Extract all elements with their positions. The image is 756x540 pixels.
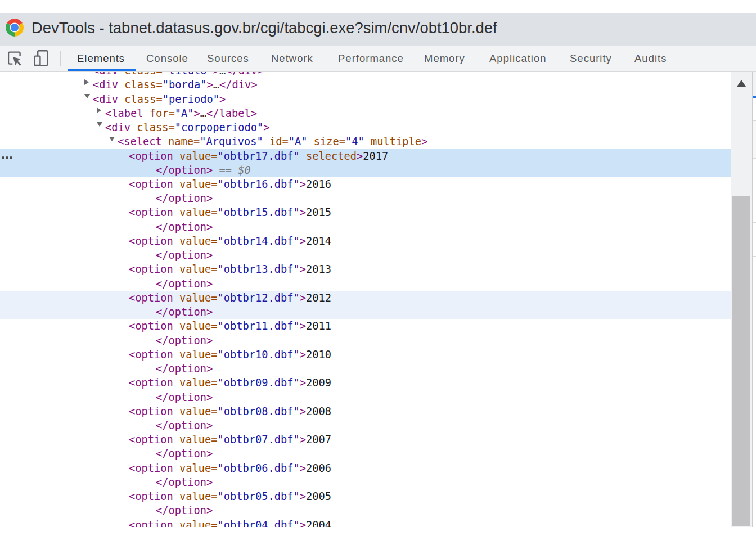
dom-tree-row[interactable]: <div class="borda">…</div> <box>0 78 731 92</box>
tree-collapsed-arrow-icon[interactable] <box>84 79 89 85</box>
dom-tree-row[interactable]: <option value="obtbr13.dbf">2013 <box>0 262 731 276</box>
tab-network[interactable]: Network <box>271 46 313 71</box>
dom-tree-row[interactable]: <div class="corpoperiodo"> <box>0 120 731 134</box>
dom-tree-row[interactable]: <option value="obtbr14.dbf">2014 <box>0 234 731 248</box>
code-segment-tag: </option> <box>156 164 213 176</box>
dom-tree-row[interactable]: </option> <box>0 418 731 433</box>
tab-console[interactable]: Console <box>146 46 188 71</box>
node-menu-dots-icon[interactable] <box>2 156 12 159</box>
code-segment-tag: </option> <box>156 448 213 460</box>
tree-expanded-arrow-icon[interactable] <box>109 137 115 141</box>
tree-collapsed-arrow-icon[interactable] <box>97 107 101 113</box>
dom-tree-row[interactable]: </option> <box>0 191 731 205</box>
code-segment-val: "obtbr13.dbf" <box>218 263 300 275</box>
code-segment-attr: value= <box>173 320 218 332</box>
tab-performance[interactable]: Performance <box>338 46 404 71</box>
code-segment-tag: <div <box>93 72 118 76</box>
dom-tree-row[interactable]: <option value="obtbr07.dbf">2007 <box>0 433 731 447</box>
scrollbar-up-arrow-icon[interactable] <box>737 80 746 87</box>
styles-rule-separator <box>753 158 756 159</box>
dom-tree-row[interactable]: <option value="obtbr10.dbf">2010 <box>0 348 731 362</box>
code-segment-tag: <option <box>129 462 173 474</box>
code-segment-tag: <select <box>118 136 162 147</box>
tree-expanded-arrow-icon[interactable] <box>97 122 102 127</box>
tab-audits[interactable]: Audits <box>634 46 667 71</box>
code-segment-tag: <option <box>129 406 173 417</box>
scrollbar-thumb[interactable] <box>732 196 750 526</box>
styles-rule-separator <box>753 120 756 121</box>
dom-tree-row[interactable]: <select name="Arquivos" id="A" size="4" … <box>0 134 731 148</box>
code-segment-val: "obtbr06.dbf" <box>218 462 300 474</box>
dom-tree-row[interactable]: </option> <box>0 248 731 262</box>
dom-tree-row[interactable]: <option value="obtbr06.dbf">2006 <box>0 461 731 475</box>
code-segment-hint: == $0 <box>213 164 251 176</box>
tab-application[interactable]: Application <box>489 46 547 71</box>
code-segment-val: "obtbr17.dbf" <box>218 150 300 162</box>
tree-expanded-arrow-icon[interactable] <box>84 94 90 98</box>
tab-elements[interactable]: Elements <box>77 46 125 71</box>
dom-tree-row[interactable]: <div class="titulo">…</div> <box>0 72 731 78</box>
dom-tree-row[interactable]: <option value="obtbr05.dbf">2005 <box>0 489 731 503</box>
dom-tree-rows: <div class="titulo">…</div><div class="b… <box>0 72 731 527</box>
dom-tree-row[interactable]: </option> <box>0 503 731 518</box>
window-titlebar: DevTools - tabnet.datasus.gov.br/cgi/tab… <box>0 13 756 46</box>
dom-tree-row[interactable]: </option> <box>0 362 731 376</box>
code-segment-val: "obtbr10.dbf" <box>218 349 300 361</box>
dom-tree-row[interactable]: <label for="A">…</label> <box>0 106 731 120</box>
code-segment-tag: </div> <box>219 79 258 91</box>
code-segment-text: 2007 <box>306 434 331 446</box>
dom-tree-row[interactable]: </option> <box>0 277 731 291</box>
dom-tree-row[interactable]: <option value="obtbr12.dbf">2012 <box>0 291 731 305</box>
code-segment-val: "obtbr14.dbf" <box>218 235 300 247</box>
code-segment-tag: <option <box>129 178 173 190</box>
dom-tree-row[interactable]: <option value="obtbr15.dbf">2015 <box>0 205 731 219</box>
code-segment-tag: </option> <box>156 278 213 290</box>
dom-tree-row[interactable]: <option value="obtbr16.dbf">2016 <box>0 177 731 191</box>
code-segment-tag: > <box>300 349 306 361</box>
dom-tree-row[interactable]: <div class="periodo"> <box>0 92 731 106</box>
code-segment-tag: > <box>300 490 306 502</box>
dom-tree-row[interactable]: </option> == $0 <box>0 163 731 177</box>
code-segment-tag: <label <box>105 107 143 119</box>
code-segment-tag: <option <box>129 206 173 218</box>
dom-tree-row[interactable]: </option> <box>0 220 731 234</box>
dom-tree-row[interactable]: </option> <box>0 334 731 348</box>
code-segment-tag: <option <box>129 235 173 247</box>
tab-security[interactable]: Security <box>570 46 612 71</box>
dom-tree-row[interactable]: <option value="obtbr11.dbf">2011 <box>0 319 731 333</box>
code-segment-attr: value= <box>173 150 218 162</box>
tab-memory[interactable]: Memory <box>424 46 465 71</box>
code-segment-tag: </option> <box>156 221 213 233</box>
code-segment-text: 2009 <box>306 377 331 389</box>
dom-tree-row[interactable]: <option value="obtbr17.dbf" selected>201… <box>0 149 731 163</box>
code-segment-attr: value= <box>173 235 218 247</box>
code-segment-tag: > <box>300 178 306 190</box>
code-segment-attr: value= <box>173 519 218 527</box>
code-segment-attr: class= <box>118 72 163 76</box>
code-segment-text: 2004 <box>306 519 331 527</box>
code-segment-tag: > <box>300 377 306 389</box>
tab-sources[interactable]: Sources <box>207 46 249 71</box>
dom-tree-row[interactable]: </option> <box>0 447 731 461</box>
code-segment-tag: </option> <box>156 335 213 346</box>
code-segment-tag: </option> <box>156 249 213 261</box>
code-segment-tag: > <box>300 292 306 304</box>
dom-tree-row[interactable]: </option> <box>0 305 731 319</box>
code-segment-tag: <option <box>129 263 173 275</box>
code-segment-val: "obtbr09.dbf" <box>218 377 300 389</box>
vertical-scrollbar[interactable] <box>731 72 752 527</box>
code-segment-text: 2010 <box>306 349 331 361</box>
dom-tree-row[interactable]: <option value="obtbr04.dbf">2004 <box>0 518 731 527</box>
code-segment-tag: </option> <box>156 306 213 318</box>
dom-tree-row[interactable]: </option> <box>0 390 731 404</box>
code-segment-tag: <option <box>129 292 173 304</box>
dom-tree-row[interactable]: <option value="obtbr08.dbf">2008 <box>0 404 731 418</box>
code-segment-tag: > <box>300 434 306 446</box>
code-segment-attr: class= <box>130 122 175 133</box>
code-segment-tag: <div <box>93 93 118 105</box>
dom-tree-row[interactable]: <option value="obtbr09.dbf">2009 <box>0 376 731 390</box>
dom-tree-row[interactable]: </option> <box>0 475 731 489</box>
code-segment-tag: > <box>300 320 306 332</box>
code-segment-tag: > <box>194 107 200 119</box>
code-segment-tag: </div> <box>226 72 264 76</box>
